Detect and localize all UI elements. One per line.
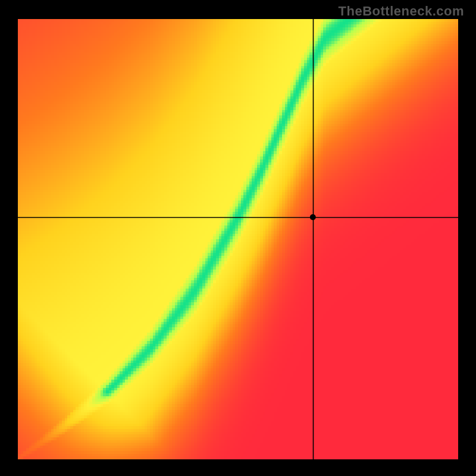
watermark-label: TheBottleneck.com xyxy=(339,4,464,19)
heatmap-canvas xyxy=(18,19,458,459)
chart-frame: TheBottleneck.com xyxy=(0,0,476,476)
